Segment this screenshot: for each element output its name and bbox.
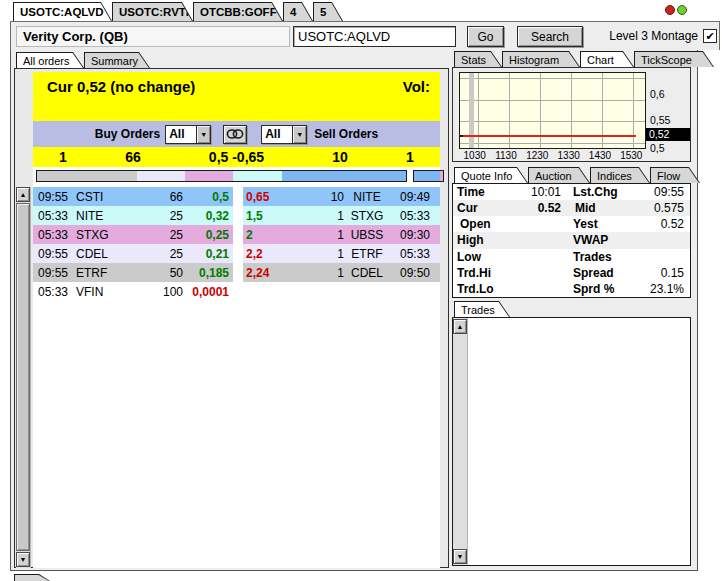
sell-size: 1 xyxy=(294,228,344,242)
buy-size: 25 xyxy=(137,228,183,242)
tab-histogram[interactable]: Histogram xyxy=(502,51,580,67)
window-tab-otcbb-goff[interactable]: OTCBB:GOFF xyxy=(193,2,283,21)
buy-mm: CDEL xyxy=(73,247,137,261)
x-tick-label: 1530 xyxy=(616,150,647,161)
buy-mm: CSTI xyxy=(73,190,137,204)
inside-quote-row: 1 66 0,5 -0,65 10 1 xyxy=(33,147,440,167)
scroll-down-icon[interactable]: ▼ xyxy=(453,549,467,564)
sell-mm-count: 1 xyxy=(380,149,440,165)
status-led-red-icon xyxy=(665,5,675,15)
buy-price: 0,0001 xyxy=(183,285,233,299)
window-tab-bar: USOTC:AQLVD USOTC:RVTI OTCBB:GOFF 4 5 xyxy=(13,2,343,21)
buy-price: 0,32 xyxy=(183,209,233,223)
window-tab-usotc-rvti[interactable]: USOTC:RVTI xyxy=(112,2,193,21)
depth-bar-inset xyxy=(413,170,444,182)
security-title: Verity Corp. (QB) xyxy=(16,26,290,47)
buy-mm: VFIN xyxy=(73,285,137,299)
scroll-down-icon[interactable]: ▼ xyxy=(16,552,30,567)
sell-price: 2,24 xyxy=(243,266,294,280)
order-row[interactable]: 09:55 ETRF 50 0,185 2,24 1 CDEL 09:50 xyxy=(33,263,440,282)
symbol-input[interactable] xyxy=(293,26,456,47)
order-row[interactable]: 09:55 CDEL 25 0,21 2,2 1 ETRF 05:33 xyxy=(33,244,440,263)
depth-segment xyxy=(440,171,443,181)
quote-row: Trd.Lo Sprd % 23.1% xyxy=(453,281,690,297)
sell-size: 10 xyxy=(294,190,344,204)
quote-row: Trd.Hi Spread 0.15 xyxy=(453,265,690,281)
buy-size: 100 xyxy=(137,285,183,299)
trades-tab-bar: Trades xyxy=(454,301,510,317)
scrollbar-thumb[interactable] xyxy=(16,203,30,551)
orderbook-scrollbar[interactable]: ▲ ▼ xyxy=(16,187,31,568)
scroll-up-icon[interactable]: ▲ xyxy=(453,319,467,334)
buy-size: 66 xyxy=(137,190,183,204)
buy-mm: STXG xyxy=(73,228,137,242)
order-row[interactable]: 05:33 STXG 25 0,25 2 1 UBSS 09:30 xyxy=(33,225,440,244)
go-button[interactable]: Go xyxy=(467,26,504,47)
window-tab-usotc-aqlvd[interactable]: USOTC:AQLVD xyxy=(13,2,112,21)
tab-tickscope[interactable]: TickScope xyxy=(634,51,714,67)
sell-price: 1,5 xyxy=(243,209,294,223)
sell-size: 1 xyxy=(294,266,344,280)
sell-time: 05:33 xyxy=(390,247,440,261)
x-tick-label: 1030 xyxy=(459,150,490,161)
x-tick-label: 1330 xyxy=(553,150,584,161)
quote-info-table: Time 10:01 Lst.Chg 09:55 Cur 0.52 Mid 0.… xyxy=(452,183,691,298)
y-tick-label: 0,5 xyxy=(650,142,665,154)
left-panel-tab-bar: All orders Summary xyxy=(16,52,150,68)
sell-time: 09:30 xyxy=(390,228,440,242)
chart-panel: 0,6 0,55 0,52 0,5 1030 1130 1230 1330 14… xyxy=(452,67,691,162)
depth-segment xyxy=(414,171,440,181)
chart-plot xyxy=(459,72,646,149)
y-tick-label: 0,55 xyxy=(650,114,670,126)
inside-spread: 0,5 -0,65 xyxy=(173,149,300,165)
buy-time: 05:33 xyxy=(33,228,73,242)
tab-chart[interactable]: Chart xyxy=(580,51,634,67)
trades-scrollbar[interactable]: ▲ ▼ xyxy=(453,318,468,565)
tab-quote-info[interactable]: Quote Info xyxy=(454,167,528,183)
scroll-up-icon[interactable]: ▲ xyxy=(16,187,30,202)
search-button[interactable]: Search xyxy=(517,26,583,47)
order-row[interactable]: 09:55 CSTI 66 0,5 0,65 10 NITE 09:49 xyxy=(33,187,440,206)
chain-link-icon xyxy=(226,128,244,140)
sell-time: 09:49 xyxy=(390,190,440,204)
order-row[interactable]: 05:33 NITE 25 0,32 1,5 1 STXG 05:33 xyxy=(33,206,440,225)
tab-stats[interactable]: Stats xyxy=(454,51,502,67)
sell-mm: NITE xyxy=(344,190,390,204)
tab-all-orders[interactable]: All orders xyxy=(16,52,84,68)
current-price-text: Cur 0,52 (no change) xyxy=(47,78,195,95)
y-tick-label: 0,6 xyxy=(650,88,665,100)
x-tick-label: 1230 xyxy=(522,150,553,161)
buy-time: 05:33 xyxy=(33,209,73,223)
volume-label: Vol: xyxy=(403,78,430,95)
current-price-banner: Cur 0,52 (no change) Vol: xyxy=(33,72,440,121)
tab-trades[interactable]: Trades xyxy=(454,301,510,317)
bottom-partial-tab[interactable] xyxy=(14,574,50,581)
quote-tab-bar: Quote Info Auction Indices Flow xyxy=(454,167,700,183)
tab-indices[interactable]: Indices xyxy=(590,167,650,183)
buy-mm: NITE xyxy=(73,209,137,223)
tab-auction[interactable]: Auction xyxy=(528,167,590,183)
sell-total-size: 10 xyxy=(300,149,380,165)
sell-filter-dropdown[interactable]: All ▼ xyxy=(261,125,307,144)
tab-flow[interactable]: Flow xyxy=(650,167,700,183)
window-tab-5[interactable]: 5 xyxy=(313,2,343,21)
x-tick-label: 1430 xyxy=(584,150,615,161)
buy-price: 0,25 xyxy=(183,228,233,242)
quote-row: Open Yest 0.52 xyxy=(453,216,690,232)
quote-row: Cur 0.52 Mid 0.575 xyxy=(453,200,690,216)
buy-price: 0,5 xyxy=(183,190,233,204)
quote-row: High VWAP xyxy=(453,232,690,248)
order-row[interactable]: 05:33 VFIN 100 0,0001 xyxy=(33,282,440,301)
depth-segment xyxy=(185,171,233,181)
link-filters-button[interactable] xyxy=(223,125,247,144)
chevron-down-icon[interactable]: ▼ xyxy=(292,126,306,143)
chevron-down-icon[interactable]: ▼ xyxy=(196,126,210,143)
window-tab-4[interactable]: 4 xyxy=(283,2,313,21)
tab-summary[interactable]: Summary xyxy=(84,52,150,68)
level3-montage-checkbox[interactable]: ✔ xyxy=(703,29,717,43)
sell-time: 09:50 xyxy=(390,266,440,280)
buy-size: 25 xyxy=(137,247,183,261)
buy-time: 09:55 xyxy=(33,247,73,261)
buy-filter-dropdown[interactable]: All ▼ xyxy=(165,125,211,144)
depth-segment xyxy=(282,171,406,181)
